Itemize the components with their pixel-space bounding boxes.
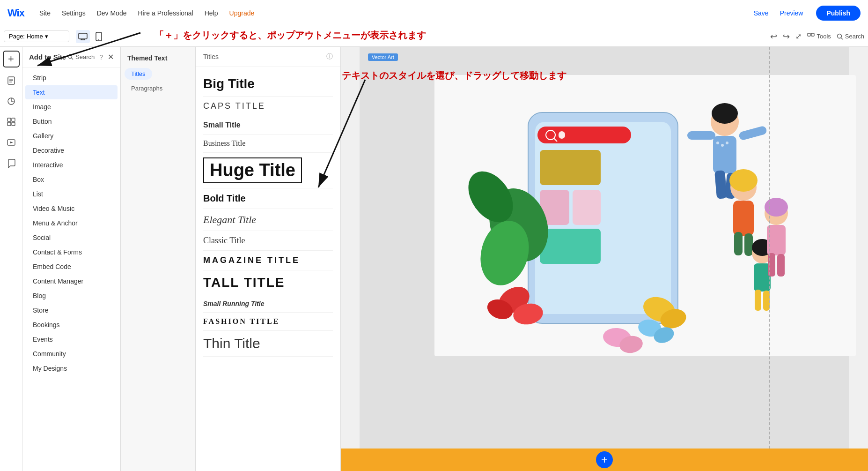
info-icon: ⓘ bbox=[326, 52, 333, 61]
media-icon[interactable] bbox=[2, 133, 21, 152]
title-item-thin[interactable]: Thin Title bbox=[203, 331, 333, 357]
svg-rect-7 bbox=[811, 33, 814, 36]
tools-button[interactable]: Tools bbox=[807, 33, 831, 40]
wix-logo: Wix bbox=[7, 7, 24, 19]
menu-item-interactive[interactable]: Interactive bbox=[25, 158, 118, 172]
title-item-running[interactable]: Small Running Title bbox=[203, 295, 333, 313]
svg-rect-58 bbox=[733, 201, 754, 236]
menu-item-social[interactable]: Social bbox=[25, 231, 118, 245]
nav-upgrade[interactable]: Upgrade bbox=[228, 7, 256, 19]
page-name: Home bbox=[27, 33, 43, 40]
menu-item-content[interactable]: Content Manager bbox=[25, 274, 118, 288]
title-item-caps[interactable]: CAPS TITLE bbox=[203, 97, 333, 116]
menu-item-box[interactable]: Box bbox=[25, 172, 118, 187]
title-item-small[interactable]: Small Title bbox=[203, 116, 333, 135]
title-item-classic[interactable]: Classic Title bbox=[203, 231, 333, 251]
add-section-button[interactable]: + bbox=[596, 451, 613, 468]
magazine-title-preview: MAGAZINE TITLE bbox=[203, 255, 300, 265]
title-item-elegant[interactable]: Elegant Title bbox=[203, 209, 333, 231]
page-selector[interactable]: Page: Home ▾ bbox=[4, 30, 69, 42]
mobile-icon[interactable] bbox=[92, 30, 106, 43]
nav-settings[interactable]: Settings bbox=[61, 7, 87, 19]
design-icon[interactable] bbox=[2, 92, 21, 111]
title-item-fashion[interactable]: FASHION TITLE bbox=[203, 313, 333, 331]
close-icon[interactable]: ✕ bbox=[108, 52, 114, 61]
svg-point-57 bbox=[729, 169, 758, 192]
left-sidebar: + bbox=[0, 47, 22, 471]
chevron-down-icon: ▾ bbox=[45, 33, 48, 40]
titles-header: Titles ⓘ bbox=[196, 47, 340, 67]
bold-title-preview: Bold Title bbox=[203, 193, 246, 203]
menu-item-contact[interactable]: Contact & Forms bbox=[25, 245, 118, 259]
chip-titles[interactable]: Titles bbox=[125, 68, 152, 80]
publish-button[interactable]: Publish bbox=[816, 6, 861, 21]
tall-title-preview: TALL TITLE bbox=[203, 275, 285, 290]
svg-rect-69 bbox=[768, 253, 775, 277]
chip-paragraphs[interactable]: Paragraphs bbox=[125, 82, 169, 94]
svg-rect-60 bbox=[744, 233, 753, 256]
desktop-icon[interactable] bbox=[76, 30, 90, 43]
menu-item-video[interactable]: Video & Music bbox=[25, 202, 118, 216]
menu-item-community[interactable]: Community bbox=[25, 347, 118, 361]
svg-rect-48 bbox=[713, 136, 736, 173]
nav-devmode[interactable]: Dev Mode bbox=[96, 7, 128, 19]
svg-rect-6 bbox=[808, 33, 810, 36]
nav-help[interactable]: Help bbox=[204, 7, 219, 19]
nav-hire[interactable]: Hire a Professional bbox=[137, 7, 194, 19]
main-area: + Add to Site Search ? ✕ bbox=[0, 47, 868, 471]
menu-item-embed[interactable]: Embed Code bbox=[25, 260, 118, 274]
search-toolbar-button[interactable]: Search bbox=[837, 33, 864, 40]
zoom-icon[interactable]: ⤢ bbox=[795, 32, 802, 41]
menu-item-decorative[interactable]: Decorative bbox=[25, 143, 118, 157]
title-item-huge[interactable]: Huge Title bbox=[203, 153, 333, 188]
title-item-bold[interactable]: Bold Title bbox=[203, 188, 333, 209]
menu-item-menu[interactable]: Menu & Anchor bbox=[25, 216, 118, 230]
nav-site[interactable]: Site bbox=[38, 7, 51, 19]
device-switcher bbox=[76, 30, 106, 43]
preview-button[interactable]: Preview bbox=[780, 9, 803, 17]
menu-item-mydesigns[interactable]: My Designs bbox=[25, 361, 118, 375]
menu-item-strip[interactable]: Strip bbox=[25, 71, 118, 85]
add-button[interactable]: + bbox=[3, 51, 20, 67]
titles-list: Big Title CAPS TITLE Small Title Busines… bbox=[196, 67, 340, 471]
help-icon[interactable]: ? bbox=[99, 53, 103, 61]
menu-item-text[interactable]: Text bbox=[25, 85, 118, 99]
title-item-big[interactable]: Big Title bbox=[203, 72, 333, 97]
title-item-business[interactable]: Business Title bbox=[203, 135, 333, 153]
svg-rect-64 bbox=[755, 290, 761, 311]
menu-item-button[interactable]: Button bbox=[25, 114, 118, 128]
themed-panel-header: Themed Text bbox=[121, 52, 195, 67]
menu-item-list[interactable]: List bbox=[25, 187, 118, 201]
svg-rect-0 bbox=[79, 33, 87, 39]
svg-rect-16 bbox=[12, 118, 15, 121]
pages-icon[interactable] bbox=[2, 71, 21, 90]
menu-item-gallery[interactable]: Gallery bbox=[25, 129, 118, 143]
panel-header-actions: Search ? ✕ bbox=[67, 52, 114, 61]
menu-item-bookings[interactable]: Bookings bbox=[25, 318, 118, 332]
apps-icon[interactable] bbox=[2, 112, 21, 131]
blog-icon[interactable] bbox=[2, 154, 21, 172]
title-item-tall[interactable]: TALL TITLE bbox=[203, 270, 333, 295]
menu-item-events[interactable]: Events bbox=[25, 332, 118, 346]
save-button[interactable]: Save bbox=[754, 9, 769, 17]
menu-item-image[interactable]: Image bbox=[25, 100, 118, 114]
canvas-area[interactable]: Vector Art bbox=[341, 47, 868, 471]
undo-icon[interactable]: ↩ bbox=[770, 31, 777, 42]
classic-title-preview: Classic Title bbox=[203, 236, 245, 245]
svg-rect-59 bbox=[734, 232, 743, 255]
titles-label: Titles bbox=[203, 53, 219, 60]
menu-item-store[interactable]: Store bbox=[25, 303, 118, 317]
svg-rect-15 bbox=[7, 118, 11, 121]
svg-marker-20 bbox=[10, 142, 13, 143]
fashion-title-preview: FASHION TITLE bbox=[203, 317, 280, 325]
svg-rect-32 bbox=[573, 190, 601, 225]
panel-search-button[interactable]: Search bbox=[67, 53, 95, 60]
svg-rect-49 bbox=[687, 131, 715, 140]
redo-icon[interactable]: ↪ bbox=[783, 31, 790, 42]
svg-point-21 bbox=[68, 55, 72, 59]
title-item-magazine[interactable]: MAGAZINE TITLE bbox=[203, 251, 333, 270]
menu-item-blog[interactable]: Blog bbox=[25, 289, 118, 303]
small-title-preview: Small Title bbox=[203, 121, 241, 129]
thin-title-preview: Thin Title bbox=[203, 336, 260, 351]
toolbar-actions: ↩ ↪ ⤢ Tools Search bbox=[770, 31, 864, 42]
